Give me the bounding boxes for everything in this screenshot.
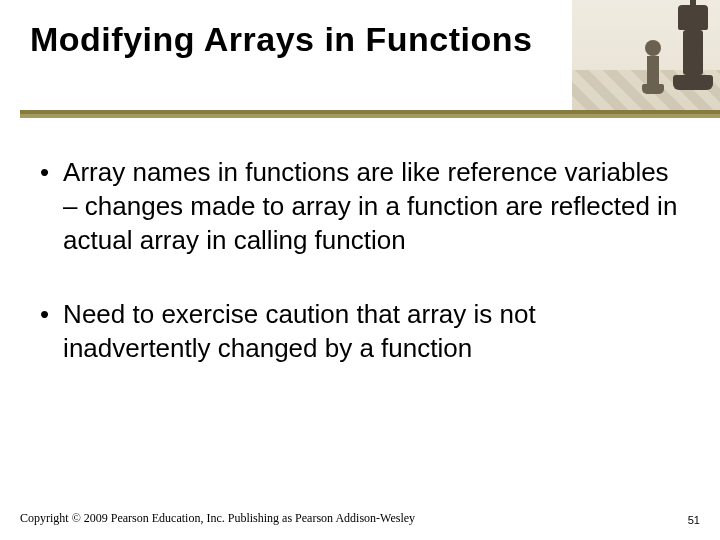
slide: Modifying Arrays in Functions • Array na… — [0, 0, 720, 540]
page-title: Modifying Arrays in Functions — [30, 20, 533, 59]
content-area: • Array names in functions are like refe… — [40, 155, 680, 405]
header: Modifying Arrays in Functions — [0, 0, 720, 120]
bullet-dot-icon: • — [40, 297, 49, 365]
bullet-text: Array names in functions are like refere… — [63, 155, 680, 257]
chess-pawn-icon — [640, 40, 665, 100]
page-number: 51 — [688, 514, 700, 526]
bullet-text: Need to exercise caution that array is n… — [63, 297, 680, 365]
header-divider — [20, 110, 720, 118]
bullet-item: • Need to exercise caution that array is… — [40, 297, 680, 365]
chess-king-icon — [670, 5, 715, 105]
bullet-item: • Array names in functions are like refe… — [40, 155, 680, 257]
copyright-text: Copyright © 2009 Pearson Education, Inc.… — [20, 511, 415, 526]
footer: Copyright © 2009 Pearson Education, Inc.… — [20, 511, 700, 526]
chess-decorative-image — [572, 0, 720, 110]
bullet-dot-icon: • — [40, 155, 49, 257]
